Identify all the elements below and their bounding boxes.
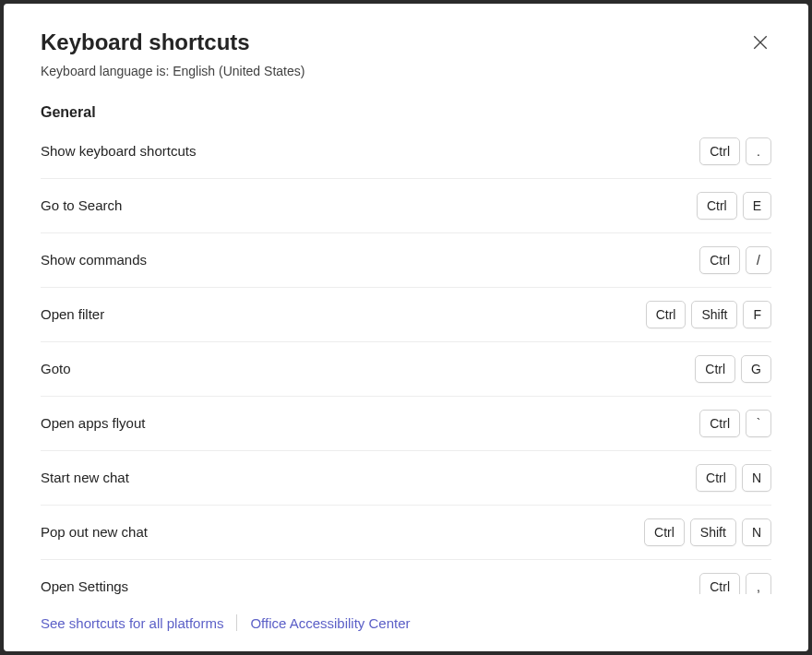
- link-all-platforms[interactable]: See shortcuts for all platforms: [41, 615, 223, 631]
- keycap: Ctrl: [699, 246, 740, 274]
- shortcut-label: Open filter: [41, 306, 104, 322]
- keycap: Ctrl: [699, 410, 740, 437]
- keycap: N: [742, 518, 771, 546]
- shortcut-row: Open apps flyoutCtrl`: [41, 397, 771, 451]
- shortcut-row: Start new chatCtrlN: [41, 451, 771, 506]
- shortcut-label: Go to Search: [41, 197, 122, 213]
- keycap: Shift: [691, 301, 737, 328]
- keycap: Ctrl: [697, 192, 737, 220]
- keycap: Ctrl: [695, 355, 735, 383]
- shortcut-label: Show keyboard shortcuts: [41, 143, 196, 159]
- dialog-title: Keyboard shortcuts: [41, 30, 250, 56]
- shortcut-label: Open apps flyout: [41, 415, 145, 431]
- shortcut-keys: CtrlN: [696, 464, 771, 492]
- keycap: Ctrl: [699, 573, 740, 594]
- shortcut-keys: Ctrl,: [699, 573, 771, 594]
- shortcut-keys: CtrlE: [697, 192, 771, 220]
- link-accessibility[interactable]: Office Accessibility Center: [250, 615, 410, 631]
- shortcut-row: GotoCtrlG: [41, 342, 771, 397]
- shortcut-row: Show keyboard shortcutsCtrl.: [41, 125, 771, 179]
- shortcut-label: Start new chat: [41, 470, 129, 485]
- shortcut-row: Go to SearchCtrlE: [41, 179, 771, 233]
- dialog-header: Keyboard shortcuts: [41, 30, 771, 56]
- shortcut-label: Show commands: [41, 252, 147, 268]
- keycap: `: [746, 410, 771, 437]
- keycap: Ctrl: [696, 464, 736, 492]
- shortcut-keys: CtrlShiftN: [644, 518, 771, 546]
- shortcut-label: Pop out new chat: [41, 524, 148, 540]
- keycap: G: [741, 355, 771, 383]
- close-icon: [752, 34, 769, 51]
- keycap: Ctrl: [699, 137, 740, 165]
- dialog-footer: See shortcuts for all platforms Office A…: [4, 594, 808, 651]
- keycap: Ctrl: [644, 518, 685, 546]
- keycap: ,: [746, 573, 771, 594]
- shortcut-keys: CtrlG: [695, 355, 771, 383]
- dialog-subtitle: Keyboard language is: English (United St…: [41, 64, 771, 78]
- keycap: Ctrl: [646, 301, 687, 328]
- keycap: Shift: [690, 518, 736, 546]
- shortcut-list: Show keyboard shortcutsCtrl.Go to Search…: [41, 125, 771, 594]
- keyboard-shortcuts-dialog: Keyboard shortcuts Keyboard language is:…: [4, 4, 808, 651]
- shortcut-label: Open Settings: [41, 578, 128, 594]
- keycap: N: [742, 464, 771, 492]
- dialog-scroll-area[interactable]: Keyboard shortcuts Keyboard language is:…: [4, 4, 808, 594]
- shortcut-keys: CtrlShiftF: [646, 301, 771, 328]
- shortcut-row: Show commandsCtrl/: [41, 233, 771, 288]
- keycap: .: [746, 137, 771, 165]
- close-button[interactable]: [749, 31, 771, 54]
- footer-divider: [236, 614, 237, 631]
- shortcut-keys: Ctrl`: [699, 410, 771, 437]
- shortcut-row: Open SettingsCtrl,: [41, 560, 771, 594]
- keycap: /: [746, 246, 771, 274]
- shortcut-label: Goto: [41, 361, 71, 376]
- keycap: F: [743, 301, 771, 328]
- section-title: General: [41, 104, 771, 121]
- shortcut-row: Pop out new chatCtrlShiftN: [41, 506, 771, 560]
- keycap: E: [743, 192, 771, 220]
- shortcut-keys: Ctrl.: [699, 137, 771, 165]
- shortcut-row: Open filterCtrlShiftF: [41, 288, 771, 342]
- shortcut-keys: Ctrl/: [699, 246, 771, 274]
